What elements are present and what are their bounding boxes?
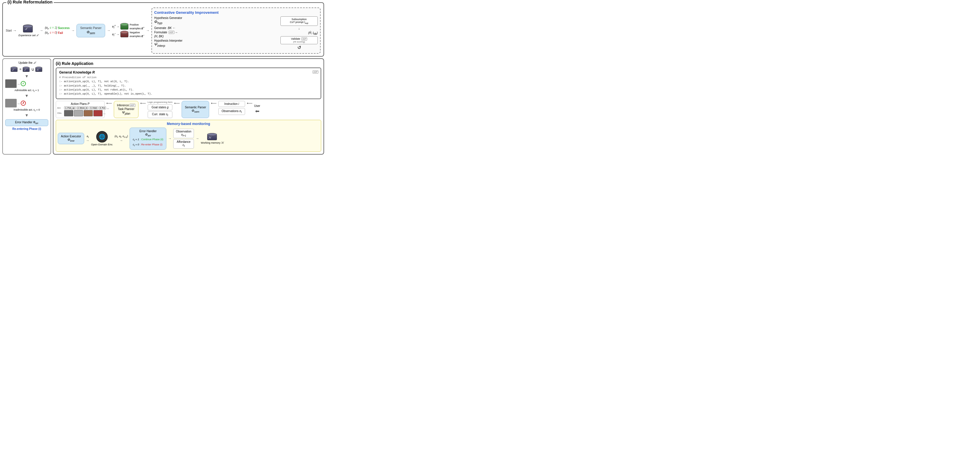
obs4: [93, 110, 103, 116]
inference-box: Inference ASP Task Planner Ψplan: [114, 101, 138, 118]
monitoring-title: Memory-based monitoring: [58, 122, 319, 126]
obs2: [74, 110, 83, 116]
open-domain-label: Open-Domain Env.: [91, 143, 113, 146]
sem-parser-right-formula: Φsem: [185, 109, 206, 113]
curr-state-box: Curr. state st: [148, 111, 173, 118]
hi-scoring-label: (HI scoring): [282, 41, 316, 43]
img-inadm1: [5, 99, 17, 107]
start-area: Start →: [6, 28, 17, 33]
working-memory-box: ℳ Working memory ℳ: [201, 133, 224, 144]
affordance-item: Affordancect: [173, 139, 194, 149]
db-equation-row: 𝒯 = 𝒯 ∪ ℳ: [5, 66, 48, 72]
action-timeline: Act. 1. Pick_up 2. Move_to 3. Heat 4. Pu…: [57, 106, 103, 116]
rule-reformulation-title: (i) Rule Reformulation: [6, 0, 54, 4]
sem-parser-right-label: Semantic Parser: [185, 106, 206, 109]
eh-title: Error Handler: [133, 130, 163, 133]
action-plans-title: Action Plans P: [57, 102, 103, 105]
flow-arrow5: ⟵: [247, 101, 253, 118]
check-icon: ✓: [21, 81, 26, 86]
observations-box: Observations σt: [218, 108, 245, 115]
divider-arrow3: ▼: [5, 113, 48, 118]
cgi-box: Contrastive Generality Improvement Hypot…: [151, 8, 321, 54]
globe-icon: 🌐: [96, 131, 108, 143]
update-label: Update the 𝒯: [5, 61, 48, 65]
semantic-parser-box: Semantic Parser Φsem: [76, 24, 105, 37]
step1: 1. Pick_up: [64, 106, 76, 110]
general-knowledge-box: General Knowledge R ASP # Precondition o…: [56, 68, 321, 99]
c-outcomes: ct = 1 : Continue Phase (ii) ct = 0 : Re…: [133, 137, 163, 148]
main-container: (i) Rule Reformulation Start → 𝒯 Experie…: [0, 0, 326, 157]
inadmissible-label: Inadmissible act. ct = 0: [5, 108, 48, 112]
step4: 4. Put: [99, 106, 106, 110]
positive-db-icon: [120, 24, 129, 30]
user-section: User ⬅: [254, 101, 260, 118]
open-domain-area: 🌐 Open-Domain Env.: [91, 131, 113, 146]
action-steps: 1. Pick_up 2. Move_to 3. Heat 4. Put ...: [64, 106, 109, 110]
img-adm1: [5, 79, 17, 88]
re-entering-label: Re-entering Phase (i): [5, 127, 48, 130]
obs3: [84, 110, 93, 116]
arrow-mon1: →: [168, 137, 172, 140]
action-executor-label: Action Executor: [61, 135, 81, 138]
validate-box: Validate ASP (HI scoring): [280, 36, 318, 44]
rule-application-section: (ii) Rule Application General Knowledge …: [53, 58, 324, 154]
fail-label: Fail: [58, 31, 63, 35]
logic-prog-label: Logic programming form: [148, 101, 173, 103]
action-executor-box: Action Executor Φexe: [58, 133, 84, 144]
negative-db-icon: [120, 32, 129, 37]
working-memory-label: Working memory ℳ: [201, 142, 224, 144]
user-arrow: ⬅: [255, 108, 259, 114]
obs-row: Obs. ...: [57, 110, 103, 116]
semantic-parser-right: Semantic Parser Φsem: [181, 101, 209, 118]
task-planner-formula: Ψplan: [122, 111, 130, 115]
sigma-tuple-label: (σt, at, ot+1): [115, 135, 128, 138]
action-plans-box: Action Plans P Act. 1. Pick_up 2. Move_t…: [56, 101, 105, 118]
obs-afford-box: Observationot+1 Affordancect: [173, 129, 194, 149]
positive-example-row: el+ → Positiveexamples E+: [112, 23, 145, 30]
gk-title: General Knowledge R: [59, 70, 318, 75]
experience-set-label: Experience set 𝒯: [18, 34, 38, 37]
rule-app-upper-flow: Action Plans P Act. 1. Pick_up 2. Move_t…: [56, 101, 321, 118]
start-label: Start: [6, 29, 12, 32]
x-icon: ✗: [21, 100, 26, 106]
io-section: Instruction i Observations σt: [218, 101, 245, 118]
monitoring-section: Memory-based monitoring Action Executor …: [56, 120, 321, 152]
subsumption-box: Subsumption CoT prompt lsup: [280, 16, 318, 26]
rsp-icon-validate: ASP: [301, 37, 307, 41]
error-handler-right: Error Handler Φerr ct = 1 : Continue Pha…: [130, 127, 166, 150]
inadmissible-row: ... ✗: [5, 99, 48, 107]
arrow1: →: [40, 29, 43, 32]
flow-arrow4: ⟵: [211, 101, 216, 118]
gk-code: # Precondition of Action :- action(pick_…: [59, 76, 318, 96]
asp-icon-inference: ASP: [130, 104, 135, 107]
left-panel: Update the 𝒯 𝒯 = 𝒯 ∪: [2, 58, 51, 154]
eh-formula: Φerr: [133, 133, 163, 137]
obs-steps: ...: [64, 110, 105, 116]
rsp-icon-formulate: ASP: [169, 31, 174, 34]
monitoring-flow: Action Executor Φexe at → 🌐 Open-Domain …: [58, 127, 319, 150]
action-executor-formula: Φexe: [61, 138, 81, 142]
flow-arrow1: ⟵: [106, 101, 112, 118]
arrow-mon2: →: [196, 137, 199, 140]
bottom-section: Update the 𝒯 𝒯 = 𝒯 ∪: [2, 58, 324, 154]
user-label: User: [254, 104, 260, 107]
success-label: Success: [58, 26, 70, 30]
sem-parser-formula: Φsem: [80, 30, 102, 35]
admissible-row: ... ✓: [5, 79, 48, 88]
goal-states-box: Goal states g: [148, 104, 173, 110]
divider-arrow1: ▼: [5, 74, 48, 78]
fail-condition: (σt, c = 0) Fail: [45, 31, 70, 35]
flow-arrow2: ⟵: [140, 101, 146, 118]
step3: 3. Heat: [89, 106, 98, 110]
experience-set-db: 𝒯 Experience set 𝒯: [18, 24, 38, 37]
divider-arrow2: ▼: [5, 93, 48, 98]
step2: 2. Move_to: [76, 106, 89, 110]
gk-asp-icon: ASP: [312, 70, 318, 73]
arrow2: →: [71, 29, 75, 32]
arrow4: →: [146, 29, 150, 32]
arrow3: →: [107, 29, 110, 32]
obs1: [64, 110, 73, 116]
sem-parser-title: Semantic Parser: [80, 26, 102, 30]
success-condition: (σt, c = 1) Success: [45, 26, 70, 30]
task-planner-label: Task Planner: [118, 107, 134, 111]
